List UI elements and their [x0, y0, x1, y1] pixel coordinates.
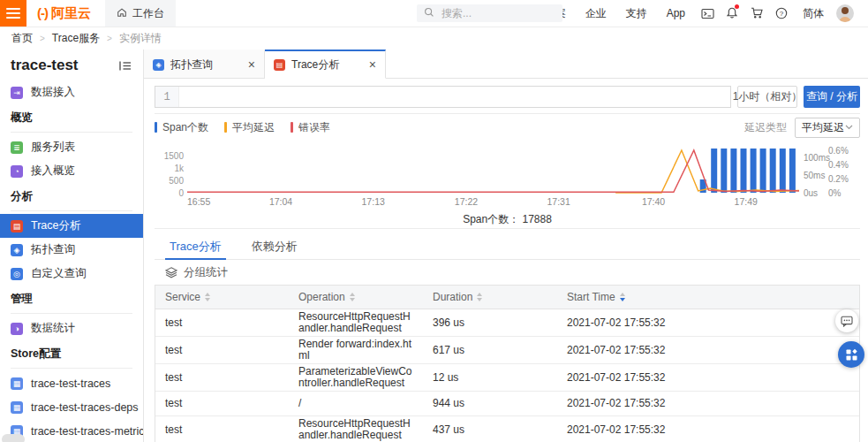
- query-toolbar: 1 1小时（相对） 查询 / 分析: [155, 86, 860, 108]
- column-header[interactable]: Operation: [289, 291, 423, 303]
- query-analyze-button[interactable]: 查询 / 分析: [804, 86, 860, 108]
- span-count-bars: [700, 149, 796, 193]
- search-input[interactable]: [440, 6, 580, 20]
- breadcrumb-trace-service[interactable]: Trace服务: [52, 31, 100, 46]
- feedback-button[interactable]: [835, 309, 858, 332]
- data-stats-icon: ◑: [11, 323, 23, 335]
- sort-asc-caret: [620, 293, 625, 296]
- span-count-summary: Span个数： 17888: [155, 212, 860, 227]
- alibaba-cloud-logo[interactable]: (-) 阿里云: [37, 5, 91, 22]
- nav-search: [417, 4, 562, 22]
- workbench-button[interactable]: 工作台: [105, 0, 176, 27]
- breadcrumb-home[interactable]: 首页: [11, 31, 33, 46]
- home-icon: [117, 7, 127, 20]
- cell-service: test: [155, 343, 289, 358]
- sidebar-item-label: 数据统计: [31, 321, 75, 336]
- cutoff-tooltip: [2, 434, 25, 442]
- column-label: Operation: [298, 291, 345, 303]
- breadcrumb-current: 实例详情: [119, 31, 162, 46]
- help-icon[interactable]: ?: [769, 0, 794, 27]
- trace-analysis-icon: ▤: [11, 220, 23, 232]
- nav-link[interactable]: 企业: [576, 6, 616, 21]
- sidebar-item[interactable]: ▦trace-test-traces: [0, 371, 143, 395]
- cell-service: test: [155, 423, 289, 438]
- sort-icon[interactable]: [477, 293, 482, 301]
- axis-tick: 0.6%: [828, 146, 849, 156]
- sidebar-item[interactable]: ≣服务列表: [0, 135, 143, 159]
- latency-type-select[interactable]: 平均延迟: [795, 118, 860, 138]
- table-row[interactable]: testResourceHttpRequestHandler.handleReq…: [155, 309, 859, 337]
- span-count-label: Span个数：: [463, 213, 519, 225]
- sidebar-item-label: 接入概览: [31, 164, 75, 179]
- cell-start_time: 2021-07-02 17:55:32: [557, 343, 859, 358]
- nav-link[interactable]: App: [657, 7, 695, 19]
- divider: [11, 210, 132, 211]
- axis-tick: 17:49: [735, 196, 758, 207]
- cart-icon[interactable]: [744, 0, 769, 27]
- close-icon[interactable]: ×: [369, 58, 376, 71]
- table-row[interactable]: test/944 us2021-07-02 17:55:32: [155, 392, 859, 416]
- layers-icon: [165, 267, 177, 278]
- sidebar-item[interactable]: ◎自定义查询: [0, 262, 143, 286]
- sidebar-header: trace-test: [0, 55, 143, 80]
- group-stats-button[interactable]: 分组统计: [165, 265, 228, 280]
- breadcrumb-separator: >: [40, 34, 45, 43]
- divider: [155, 228, 860, 229]
- axis-tick: 100ms: [804, 153, 830, 163]
- trace-table: ServiceOperationDurationStart Time testR…: [155, 285, 860, 442]
- store-icon: ▦: [11, 401, 23, 414]
- subtab-inactive[interactable]: 依赖分析: [247, 234, 302, 260]
- sidebar-item[interactable]: ▦trace-test-traces-deps: [0, 395, 143, 419]
- sort-asc-caret: [205, 293, 210, 296]
- sort-icon[interactable]: [205, 293, 210, 301]
- column-label: Start Time: [567, 291, 615, 303]
- cell-operation: ParameterizableViewController.handleRequ…: [289, 364, 423, 391]
- table-row[interactable]: testParameterizableViewController.handle…: [155, 364, 859, 392]
- nav-link[interactable]: 支持: [616, 6, 657, 21]
- sidebar-item[interactable]: ◈拓扑查询: [0, 238, 143, 262]
- sidebar-item[interactable]: ◑数据统计: [0, 316, 143, 340]
- app-switcher-button[interactable]: [838, 341, 864, 368]
- chart-plot: [187, 149, 799, 194]
- main-content: ◈拓扑查询×▤Trace分析× 1 1小时（相对） 查询 / 分析 Span个数…: [144, 50, 868, 442]
- sidebar-item-label: 数据接入: [31, 85, 75, 100]
- tab-bar-filler: [386, 50, 868, 79]
- table-row[interactable]: testResourceHttpRequestHandler.handleReq…: [155, 416, 859, 442]
- time-range-button[interactable]: 1小时（相对）: [737, 86, 797, 108]
- column-header[interactable]: Duration: [423, 291, 557, 303]
- legend-swatch: [291, 122, 293, 133]
- legend-item[interactable]: Span个数: [155, 120, 208, 135]
- sidebar-section-title: Store配置: [0, 340, 143, 362]
- trace-metrics-chart[interactable]: 16:5517:0417:1317:2217:3117:4017:4915001…: [155, 137, 860, 213]
- sort-icon[interactable]: [350, 293, 355, 301]
- sidebar-item[interactable]: ◔接入概览: [0, 159, 143, 183]
- page: (-) 阿里云 工作台 费用工单备案企业支持App: [0, 0, 868, 442]
- column-header[interactable]: Start Time: [557, 291, 859, 303]
- user-avatar[interactable]: [836, 4, 854, 22]
- bell-icon[interactable]: [720, 0, 744, 27]
- nav-menu-button[interactable]: [0, 0, 26, 27]
- sidebar-item[interactable]: ▤Trace分析: [0, 214, 143, 238]
- collapse-sidebar-icon[interactable]: [118, 59, 132, 72]
- axis-tick: 17:22: [455, 196, 478, 207]
- sort-icon[interactable]: [620, 293, 625, 301]
- tab[interactable]: ◈拓扑查询×: [144, 50, 265, 79]
- subtab-active[interactable]: Trace分析: [165, 234, 226, 260]
- tab[interactable]: ▤Trace分析×: [265, 50, 386, 79]
- sidebar-item[interactable]: ⇥数据接入: [0, 80, 143, 104]
- top-navbar: (-) 阿里云 工作台 费用工单备案企业支持App: [0, 0, 868, 27]
- axis-tick: 17:31: [547, 196, 570, 207]
- axis-tick: 0.2%: [828, 174, 849, 184]
- sidebar-item-label: trace-test-traces: [31, 377, 110, 390]
- locale-switch[interactable]: 简体: [794, 6, 833, 21]
- legend-item[interactable]: 错误率: [291, 120, 330, 135]
- column-header[interactable]: Service: [155, 291, 289, 303]
- close-icon[interactable]: ×: [248, 58, 255, 71]
- search-icon: [424, 5, 434, 21]
- custom-query-icon: ◎: [11, 268, 23, 280]
- query-input[interactable]: [179, 87, 730, 107]
- terminal-icon[interactable]: [695, 0, 720, 27]
- legend-item[interactable]: 平均延迟: [224, 120, 275, 135]
- table-row[interactable]: testRender forward:index.html617 us2021-…: [155, 337, 859, 364]
- axis-tick: 500: [155, 176, 184, 186]
